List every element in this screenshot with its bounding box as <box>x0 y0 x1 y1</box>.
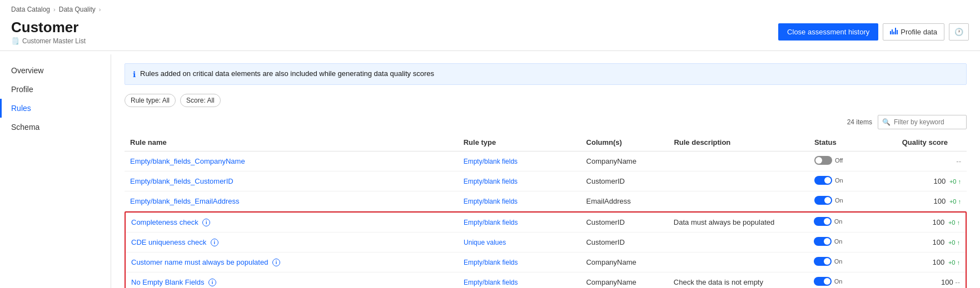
close-assessment-button[interactable]: Close assessment history <box>778 23 878 41</box>
toggle-track[interactable] <box>814 156 832 165</box>
status-cell: On <box>808 252 896 272</box>
rule-type-cell: Unique values <box>458 233 580 252</box>
toggle-wrap: On <box>814 237 843 246</box>
rule-type-cell: Empty/blank fields <box>458 171 581 191</box>
page-title-area: Customer 🗒️ Customer Master List <box>11 19 86 45</box>
rule-link[interactable]: Completeness check <box>131 218 198 226</box>
filter-score[interactable]: Score: All <box>180 94 221 107</box>
toggle-track[interactable] <box>814 237 832 246</box>
columns-cell: CompanyName <box>581 151 669 171</box>
col-header-status: Status <box>809 134 897 151</box>
rule-name-cell: Empty/blank_fields_CustomerID <box>125 171 458 191</box>
highlighted-table-row: No Empty Blank Fields i Empty/blank fiel… <box>126 272 966 289</box>
info-circle-icon[interactable]: i <box>202 219 210 226</box>
breadcrumb-sep-1: › <box>53 6 56 13</box>
toggle-track[interactable] <box>814 277 832 286</box>
rule-type-cell: Empty/blank fields <box>458 191 581 211</box>
status-cell: Off <box>809 151 897 171</box>
rule-desc-cell <box>668 191 808 211</box>
score-cell: 100 +0 ↑ <box>896 233 966 252</box>
rule-link[interactable]: No Empty Blank Fields <box>131 278 205 286</box>
rule-link[interactable]: Empty/blank_fields_EmailAddress <box>130 197 240 205</box>
info-circle-icon[interactable]: i <box>211 239 218 246</box>
header-divider <box>0 50 980 51</box>
score-delta: +0 ↑ <box>949 178 961 185</box>
profile-data-button[interactable]: Profile data <box>883 23 944 41</box>
score-cell: -- <box>897 151 967 171</box>
status-cell: On <box>809 191 897 211</box>
score-delta: +0 ↑ <box>948 219 960 226</box>
rule-link[interactable]: CDE uniqueness check <box>131 238 206 246</box>
subtitle-icon: 🗒️ <box>11 37 19 45</box>
toggle-wrap: Off <box>814 156 843 165</box>
clock-icon: 🕐 <box>954 28 963 36</box>
breadcrumb-data-quality[interactable]: Data Quality <box>59 6 96 13</box>
filter-rule-type[interactable]: Rule type: All <box>125 94 176 107</box>
page-subtitle: 🗒️ Customer Master List <box>11 37 86 45</box>
sidebar-item-schema[interactable]: Schema <box>0 118 111 137</box>
status-cell: On <box>808 233 896 252</box>
rule-desc-cell <box>668 233 808 252</box>
toggle-track[interactable] <box>814 217 832 226</box>
search-input[interactable] <box>878 115 967 129</box>
items-count: 24 items <box>847 118 872 126</box>
rule-name-cell: Empty/blank_fields_EmailAddress <box>125 191 458 211</box>
columns-cell: CompanyName <box>580 252 668 272</box>
sidebar-item-rules[interactable]: Rules <box>0 99 111 118</box>
table-header-row: Rule name Rule type Column(s) Rule descr… <box>125 134 967 151</box>
col-header-quality-score: Quality score <box>897 134 967 151</box>
table-controls: 24 items 🔍 <box>125 115 967 129</box>
breadcrumb: Data Catalog › Data Quality › <box>0 0 980 16</box>
col-header-rule-type: Rule type <box>458 134 581 151</box>
score-cell: 100 -- <box>896 272 966 289</box>
score-value: 100 <box>933 218 945 226</box>
highlighted-table-row: CDE uniqueness check i Unique values Cus… <box>126 233 966 252</box>
rule-link[interactable]: Empty/blank_fields_CustomerID <box>130 177 233 185</box>
sidebar-item-profile[interactable]: Profile <box>0 80 111 99</box>
score-cell: 100 +0 ↑ <box>897 171 967 191</box>
breadcrumb-sep-2: › <box>99 6 101 13</box>
toggle-label: On <box>835 197 843 204</box>
filters-row: Rule type: All Score: All <box>125 94 967 107</box>
toggle-track[interactable] <box>814 257 832 266</box>
highlighted-table-row: Customer name must always be populated i… <box>126 252 966 272</box>
history-button[interactable]: 🕐 <box>949 23 969 41</box>
rule-desc-cell <box>668 252 808 272</box>
info-banner: ℹ Rules added on critical data elements … <box>125 63 967 85</box>
main-layout: Overview Profile Rules Schema ℹ Rules ad… <box>0 54 980 288</box>
score-value: 100 <box>933 258 945 266</box>
score-value: 100 <box>934 197 946 205</box>
search-wrap: 🔍 <box>878 115 967 129</box>
toggle-label: On <box>834 258 843 265</box>
breadcrumb-data-catalog[interactable]: Data Catalog <box>11 6 50 13</box>
toggle-wrap: On <box>814 277 843 286</box>
profile-data-label: Profile data <box>901 28 937 36</box>
status-cell: On <box>808 213 896 233</box>
status-cell: On <box>808 272 896 289</box>
sidebar-item-overview[interactable]: Overview <box>0 61 111 80</box>
rule-desc-cell <box>668 171 808 191</box>
highlighted-rules-table: Completeness check i Empty/blank fields … <box>126 213 966 288</box>
toggle-track[interactable] <box>814 176 832 185</box>
rule-desc-cell: Data must always be populated <box>668 213 808 233</box>
col-header-rule-desc: Rule description <box>668 134 808 151</box>
columns-cell: CustomerID <box>581 171 669 191</box>
score-delta: +0 ↑ <box>948 259 960 266</box>
col-header-columns: Column(s) <box>581 134 669 151</box>
page-header: Customer 🗒️ Customer Master List Close a… <box>0 16 980 47</box>
score-delta: +0 ↑ <box>948 239 960 246</box>
info-circle-icon[interactable]: i <box>208 279 216 286</box>
main-content: ℹ Rules added on critical data elements … <box>111 54 980 288</box>
rule-name-cell: Customer name must always be populated i <box>126 252 458 272</box>
rule-link[interactable]: Customer name must always be populated <box>131 258 268 266</box>
toggle-track[interactable] <box>814 196 832 205</box>
col-header-rule-name: Rule name <box>125 134 458 151</box>
rule-link[interactable]: Empty/blank_fields_CompanyName <box>130 157 245 165</box>
rule-type-cell: Empty/blank fields <box>458 213 580 233</box>
info-circle-icon[interactable]: i <box>272 259 280 266</box>
score-cell: 100 +0 ↑ <box>896 213 966 233</box>
sidebar: Overview Profile Rules Schema <box>0 54 111 288</box>
toggle-label: Off <box>835 157 843 164</box>
columns-cell: CustomerID <box>580 233 668 252</box>
page-title: Customer <box>11 19 86 36</box>
